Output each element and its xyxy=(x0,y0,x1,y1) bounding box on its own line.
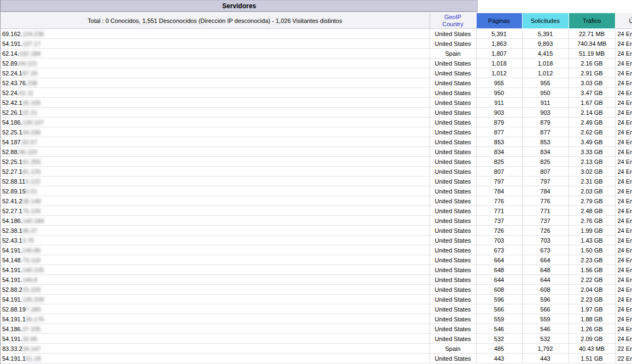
host-cell: 54.186.37.105 xyxy=(1,324,430,334)
last-visit-cell: 24 Ene xyxy=(615,265,632,275)
host-cell: 52.25.191.255 xyxy=(1,157,430,167)
col-header-pages: Páginas xyxy=(476,13,522,29)
col-header-geoip-country[interactable]: GeoIPCountry xyxy=(430,13,476,29)
server-row: 52.24.62.11 United States 950 950 3.47 G… xyxy=(1,88,632,98)
traffic-cell: 3.47 GB xyxy=(569,88,615,98)
country-cell: United States xyxy=(430,295,476,304)
pages-cell: 546 xyxy=(476,324,522,334)
host-cell: 52.89.94.121 xyxy=(1,58,430,68)
country-cell: United States xyxy=(430,354,476,363)
last-visit-cell: 24 Ene xyxy=(615,137,632,147)
traffic-cell: 1.99 GB xyxy=(569,226,615,236)
host-cell: 62.14.232.184 xyxy=(1,49,430,58)
traffic-cell: 2.49 GB xyxy=(569,118,615,127)
ip-address-blurred: 139.107 xyxy=(22,119,44,126)
ip-address-blurred: 94.121 xyxy=(19,60,38,67)
hits-cell: 608 xyxy=(522,285,569,295)
ip-address-visible: 54.191. xyxy=(2,296,22,303)
host-cell: 52.24.187.29 xyxy=(1,68,430,78)
traffic-cell: 1.67 GB xyxy=(569,98,615,108)
ip-address-blurred: 87.29 xyxy=(22,70,38,77)
pages-cell: 1,863 xyxy=(476,39,522,49)
host-cell: 54.191.135.209 xyxy=(1,295,430,304)
host-cell: 54.191.32.65 xyxy=(1,334,430,344)
geoip-label-line1: GeoIP xyxy=(444,14,461,20)
server-row: 52.88.215.225 United States 608 608 2.04… xyxy=(1,285,632,295)
ip-address-blurred: 3.75 xyxy=(22,237,34,244)
server-row: 52.24.187.29 United States 1,012 1,012 2… xyxy=(1,68,632,78)
hits-cell: 1,792 xyxy=(522,344,569,354)
ip-address-visible: 54.148. xyxy=(2,257,22,263)
last-visit-cell: 24 Ene xyxy=(615,245,632,255)
last-visit-cell: 24 Ene xyxy=(615,157,632,167)
country-cell: United States xyxy=(430,206,476,216)
last-visit-cell: 24 Ene xyxy=(615,255,632,265)
traffic-cell: 2.62 GB xyxy=(569,127,615,137)
ip-address-blurred: 91.255 xyxy=(22,158,41,165)
traffic-cell: 3.02 GB xyxy=(569,167,615,177)
geoip-label-line2: Country xyxy=(442,21,463,27)
ip-address-visible: 54.186. xyxy=(2,218,22,224)
server-row: 62.14.232.184 Spain 1,807 4,415 51.19 MB… xyxy=(1,49,632,58)
hits-cell: 546 xyxy=(522,324,569,334)
country-cell: United States xyxy=(430,39,476,49)
last-visit-cell: 24 Ene xyxy=(615,206,632,216)
pages-cell: 664 xyxy=(476,255,522,265)
ip-address-visible: 52.89.15 xyxy=(2,188,26,195)
hits-cell: 737 xyxy=(522,216,569,226)
country-cell: United States xyxy=(430,78,476,88)
country-cell: United States xyxy=(430,245,476,255)
host-cell: 52.42.126.105 xyxy=(1,98,430,108)
hits-cell: 703 xyxy=(522,236,569,245)
hits-cell: 559 xyxy=(522,314,569,324)
geoip-country-link[interactable]: GeoIPCountry xyxy=(442,14,463,27)
ip-address-blurred: 38.148 xyxy=(22,198,41,204)
traffic-cell: 2.16 GB xyxy=(569,58,615,68)
ip-address-blurred: 140.85 xyxy=(22,247,41,254)
ip-address-blurred: 51.18 xyxy=(26,355,41,362)
ip-address-visible: 52.43.1 xyxy=(2,237,22,244)
server-table-body: 69.162.124.236 United States 5,391 5,391… xyxy=(1,29,632,363)
ip-address-blurred: 36.176 xyxy=(26,316,44,322)
last-visit-cell: 24 Ene xyxy=(615,334,632,344)
ip-address-blurred: 135.209 xyxy=(22,296,44,303)
hits-cell: 443 xyxy=(522,354,569,363)
pages-cell: 853 xyxy=(476,137,522,147)
server-row: 69.162.124.236 United States 5,391 5,391… xyxy=(1,29,632,39)
hits-cell: 771 xyxy=(522,206,569,216)
server-row: 52.25.191.255 United States 825 825 2.13… xyxy=(1,157,632,167)
ip-address-blurred: 137.17 xyxy=(22,40,41,47)
pages-cell: 485 xyxy=(476,344,522,354)
country-cell: United States xyxy=(430,265,476,275)
ip-address-visible: 52.88.11 xyxy=(2,178,25,185)
country-cell: United States xyxy=(430,157,476,167)
ip-address-visible: 52.25.1 xyxy=(2,129,22,136)
ip-address-visible: 52.88. xyxy=(2,149,19,155)
last-visit-cell: 24 Ene xyxy=(615,275,632,285)
ip-address-blurred: 22.21 xyxy=(22,109,38,116)
pages-cell: 784 xyxy=(476,186,522,196)
last-visit-cell: 24 Ene xyxy=(615,98,632,108)
last-visit-cell: 24 Ene xyxy=(615,108,632,118)
host-cell: 54.186.139.107 xyxy=(1,118,430,127)
last-visit-cell: 22 Ene xyxy=(615,354,632,363)
server-row: 52.43.76.238 United States 955 955 3.03 … xyxy=(1,78,632,88)
ip-address-visible: 54.191.1 xyxy=(2,355,26,362)
ip-address-visible: 52.24.1 xyxy=(2,70,22,77)
host-cell: 52.88.215.225 xyxy=(1,285,430,295)
ip-address-visible: 54.191. xyxy=(2,247,22,254)
ip-address-visible: 52.38.1 xyxy=(2,227,22,234)
hits-cell: 807 xyxy=(522,167,569,177)
traffic-cell: 2.13 GB xyxy=(569,157,615,167)
col-header-traffic: Tráfico xyxy=(569,13,615,29)
ip-address-visible: 54.186. xyxy=(2,326,22,332)
last-visit-cell: 24 Ene xyxy=(615,236,632,245)
ip-address-visible: 54.187. xyxy=(2,139,22,145)
hits-cell: 950 xyxy=(522,88,569,98)
last-visit-cell: 24 Ene xyxy=(615,167,632,177)
ip-address-visible: 54.186. xyxy=(2,119,22,126)
traffic-cell: 40.43 MB xyxy=(569,344,615,354)
hits-cell: 825 xyxy=(522,157,569,167)
last-visit-cell: 22 Ene xyxy=(615,344,632,354)
last-visit-cell: 24 Ene xyxy=(615,78,632,88)
